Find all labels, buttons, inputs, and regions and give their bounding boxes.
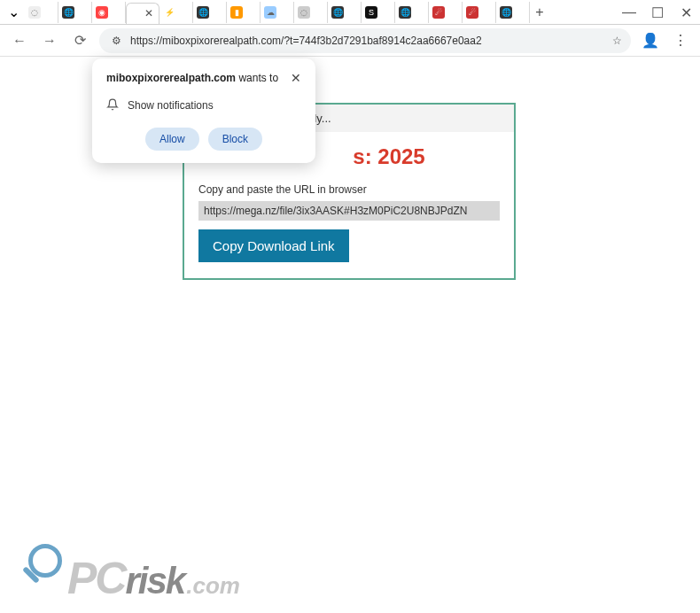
permission-domain: miboxpixorerealpath.com — [106, 72, 236, 84]
favicon-icon — [130, 7, 143, 19]
favicon-icon: 🌐 — [197, 6, 209, 19]
favicon-icon: ☄ — [432, 6, 445, 19]
chevron-down-icon: ⌄ — [8, 4, 19, 20]
favicon-icon: 🌐 — [62, 6, 74, 19]
copy-download-link-button[interactable]: Copy Download Link — [198, 229, 349, 262]
favicon-icon: ◉ — [96, 6, 108, 19]
browser-tab[interactable]: ◌ — [294, 2, 328, 23]
toolbar: ← → ⟳ ⚙ https://miboxpixorerealpath.com/… — [0, 25, 700, 57]
browser-tab[interactable]: 🌐 — [193, 2, 227, 23]
card-red-visible-text: s: 2025 — [353, 144, 424, 168]
url-text: https://miboxpixorerealpath.com/?t=744f3… — [130, 35, 607, 47]
browser-tab[interactable]: ◉ — [92, 2, 126, 23]
browser-tab[interactable]: ☄ — [429, 2, 463, 23]
permission-item-label: Show notifications — [128, 99, 214, 112]
bell-icon — [106, 98, 119, 113]
tabs-strip: ◌🌐◉✕⚡🌐▮☁◌🌐S🌐☄☄🌐 — [25, 0, 530, 24]
permission-title: miboxpixorerealpath.com wants to — [106, 71, 278, 86]
logo-letter-c: C — [95, 553, 125, 604]
kebab-menu-button[interactable]: ⋮ — [670, 30, 691, 51]
browser-tab[interactable]: ☁ — [261, 2, 294, 23]
favicon-icon: 🌐 — [331, 6, 344, 19]
browser-tab[interactable]: ✕ — [126, 3, 159, 24]
logo-letter-p: P — [67, 553, 95, 604]
notification-permission-popup: miboxpixorerealpath.com wants to ✕ Show … — [92, 58, 315, 163]
profile-button[interactable]: 👤 — [640, 30, 661, 51]
page-content: miboxpixorerealpath.com wants to ✕ Show … — [0, 57, 700, 613]
browser-tab[interactable]: 🌐 — [58, 2, 92, 23]
browser-tab[interactable]: ◌ — [25, 2, 58, 23]
omnibox[interactable]: ⚙ https://miboxpixorerealpath.com/?t=744… — [99, 28, 631, 53]
favicon-icon: ☄ — [466, 6, 478, 19]
window-close-button[interactable]: ✕ — [672, 0, 700, 25]
magnifier-icon — [21, 544, 71, 594]
copy-hint-label: Copy and paste the URL in browser — [198, 183, 500, 196]
favicon-icon: ⚡ — [163, 6, 175, 19]
permission-close-button[interactable]: ✕ — [291, 71, 301, 85]
back-button[interactable]: ← — [9, 30, 30, 51]
browser-tab[interactable]: 🌐 — [328, 2, 362, 23]
download-url-box[interactable]: https://mega.nz/file/3ix3AASK#H3zM0PiC2U… — [198, 201, 500, 221]
tabs-dropdown[interactable]: ⌄ — [5, 4, 21, 20]
title-bar: ⌄ ◌🌐◉✕⚡🌐▮☁◌🌐S🌐☄☄🌐 + — ☐ ✕ — [0, 0, 700, 25]
permission-suffix: wants to — [236, 72, 278, 84]
favicon-icon: ◌ — [298, 6, 310, 19]
bookmark-star-icon[interactable]: ☆ — [612, 35, 622, 47]
browser-tab[interactable]: ▮ — [227, 2, 261, 23]
new-tab-button[interactable]: + — [530, 4, 549, 20]
minimize-button[interactable]: — — [615, 0, 643, 25]
browser-tab[interactable]: ⚡ — [159, 2, 193, 23]
pcrisk-watermark: P C risk .com — [21, 544, 240, 604]
favicon-icon: 🌐 — [500, 6, 512, 19]
browser-tab[interactable]: ☄ — [463, 2, 496, 23]
logo-text-risk: risk — [125, 560, 184, 602]
window-controls: — ☐ ✕ — [615, 0, 700, 25]
logo-text-com: .com — [186, 572, 240, 600]
favicon-icon: ☁ — [264, 6, 276, 19]
maximize-button[interactable]: ☐ — [643, 0, 672, 25]
forward-button[interactable]: → — [39, 30, 60, 51]
favicon-icon: 🌐 — [399, 6, 411, 19]
browser-tab[interactable]: S — [362, 2, 395, 23]
favicon-icon: S — [365, 6, 377, 19]
favicon-icon: ▮ — [230, 6, 243, 19]
browser-tab[interactable]: 🌐 — [496, 2, 530, 23]
favicon-icon: ◌ — [28, 6, 41, 19]
allow-button[interactable]: Allow — [145, 128, 199, 151]
browser-tab[interactable]: 🌐 — [395, 2, 429, 23]
block-button[interactable]: Block — [208, 128, 262, 151]
tab-close-button[interactable]: ✕ — [144, 7, 153, 19]
site-settings-icon[interactable]: ⚙ — [108, 34, 125, 48]
reload-button[interactable]: ⟳ — [69, 30, 90, 51]
